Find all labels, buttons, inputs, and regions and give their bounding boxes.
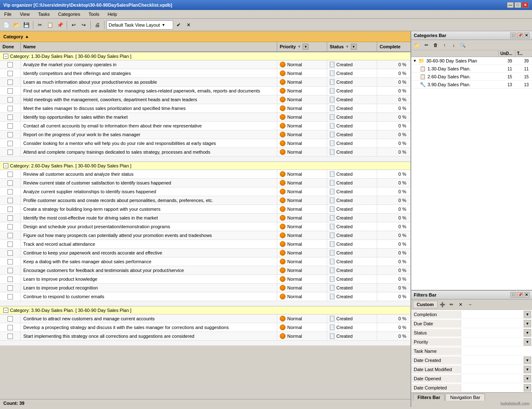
done-checkbox[interactable]	[7, 316, 13, 322]
table-row[interactable]: Report on the progress of your work to t…	[0, 130, 410, 139]
toolbar-save[interactable]: 💾	[22, 20, 31, 30]
collapse-btn-2[interactable]: −	[3, 308, 8, 313]
table-row[interactable]: Consider looking for a mentor who will h…	[0, 139, 410, 148]
cat-down[interactable]: ↓	[450, 41, 458, 49]
done-checkbox[interactable]	[7, 325, 13, 330]
filter-dropdown-btn-0[interactable]: ▼	[524, 311, 531, 318]
table-row[interactable]: Identify competitors and their offerings…	[0, 69, 410, 78]
toolbar-layout-cancel[interactable]: ✕	[184, 20, 193, 30]
done-checkbox[interactable]	[7, 233, 13, 238]
done-checkbox[interactable]	[7, 242, 13, 247]
menu-view[interactable]: View	[17, 11, 32, 17]
filter-dropdown-btn-6[interactable]: ▼	[524, 366, 531, 373]
done-checkbox[interactable]	[7, 71, 13, 76]
table-row[interactable]: Identify the most cost-effective route f…	[0, 214, 410, 222]
toolbar-paste[interactable]: 📌	[55, 20, 65, 30]
done-checkbox[interactable]	[7, 268, 13, 273]
cat-up[interactable]: ↑	[440, 41, 449, 49]
cat-bar-restore[interactable]: □	[510, 32, 516, 38]
header-done[interactable]: Done	[0, 42, 21, 51]
toolbar-print[interactable]: 🖨	[93, 20, 102, 30]
filter-dropdown-btn-1[interactable]: ▼	[524, 320, 531, 327]
cat-bar-pin[interactable]: 📌	[517, 32, 523, 38]
collapse-btn-1[interactable]: −	[3, 163, 8, 168]
cat-child-item[interactable]: 🔧 3.90-Day Sales Plan. 13 13	[411, 81, 532, 89]
table-row[interactable]: Analyze current supplier relationships t…	[0, 187, 410, 196]
done-checkbox[interactable]	[7, 259, 13, 264]
menu-tools[interactable]: Tools	[86, 11, 102, 17]
cat-expand[interactable]: ▼	[413, 59, 417, 63]
header-status[interactable]: Status ▼ ▼	[327, 42, 377, 51]
toolbar-copy[interactable]: 📋	[45, 20, 55, 30]
table-row[interactable]: Contact all current accounts by email to…	[0, 122, 410, 130]
done-checkbox[interactable]	[7, 123, 13, 129]
done-checkbox[interactable]	[7, 180, 13, 186]
done-checkbox[interactable]	[7, 294, 13, 299]
done-checkbox[interactable]	[7, 88, 13, 94]
table-row[interactable]: Start implementing this strategy once al…	[0, 332, 410, 341]
table-row[interactable]: Create a strategy for building long-term…	[0, 205, 410, 214]
menu-categories[interactable]: Categories	[56, 11, 83, 17]
filter-add[interactable]: ➕	[438, 301, 447, 308]
collapse-btn-0[interactable]: −	[3, 54, 8, 59]
header-complete[interactable]: Complete	[377, 42, 410, 51]
toolbar-redo[interactable]: ↪	[79, 20, 88, 30]
table-row[interactable]: Attend and complete company trainings de…	[0, 148, 410, 157]
filter-name-custom[interactable]: Custom	[413, 301, 438, 308]
filter-move[interactable]: →	[466, 301, 474, 308]
table-row[interactable]: Figure out how many prospects can potent…	[0, 231, 410, 240]
menu-help[interactable]: Help	[105, 11, 119, 17]
cat-add[interactable]: 📁	[413, 41, 421, 49]
done-checkbox[interactable]	[7, 277, 13, 282]
cat-filter[interactable]: 🔍	[459, 41, 467, 49]
table-body[interactable]: −Category: 1.30-Day Sales Plan. [ 30-60-…	[0, 52, 410, 399]
header-name[interactable]: Name	[21, 42, 277, 51]
done-checkbox[interactable]	[7, 141, 13, 146]
table-row[interactable]: Hold meetings with the management, cowor…	[0, 95, 410, 104]
done-checkbox[interactable]	[7, 285, 13, 291]
done-checkbox[interactable]	[7, 106, 13, 111]
menu-tasks[interactable]: Tasks	[35, 11, 52, 17]
done-checkbox[interactable]	[7, 215, 13, 221]
table-row[interactable]: Design and schedule your product present…	[0, 222, 410, 231]
filters-bar-restore[interactable]: □	[510, 292, 516, 298]
filter-dropdown-btn-5[interactable]: ▼	[524, 357, 531, 364]
done-checkbox[interactable]	[7, 97, 13, 102]
filter-dropdown-btn-2[interactable]: ▼	[524, 329, 531, 337]
close-button[interactable]: ✕	[522, 2, 529, 8]
table-row[interactable]: Analyze the market your company operates…	[0, 60, 410, 69]
priority-filter-btn[interactable]: ▼	[303, 44, 308, 50]
table-row[interactable]: Track and record actual attendance Norma…	[0, 240, 410, 249]
table-row[interactable]: Learn as much information about your pro…	[0, 78, 410, 87]
group-header-0[interactable]: −Category: 1.30-Day Sales Plan. [ 30-60-…	[0, 52, 410, 60]
done-checkbox[interactable]	[7, 150, 13, 155]
header-priority[interactable]: Priority ▼ ▼	[277, 42, 327, 51]
done-checkbox[interactable]	[7, 207, 13, 212]
filter-edit[interactable]: ✏	[447, 301, 456, 308]
maximize-button[interactable]: □	[515, 2, 521, 8]
filters-bar-close[interactable]: ✕	[524, 292, 530, 298]
done-checkbox[interactable]	[7, 198, 13, 203]
status-filter-btn[interactable]: ▼	[351, 44, 357, 50]
menu-file[interactable]: File	[2, 11, 14, 17]
cat-delete[interactable]: 🗑	[431, 41, 440, 49]
done-checkbox[interactable]	[7, 172, 13, 177]
toolbar-open[interactable]: 📂	[12, 20, 21, 30]
table-row[interactable]: Review all customer accounts and analyze…	[0, 170, 410, 179]
tab-navigation-bar[interactable]: Navigation Bar	[445, 394, 485, 401]
filter-dropdown-btn-3[interactable]: ▼	[524, 338, 531, 346]
filter-delete[interactable]: ✕	[457, 301, 465, 308]
table-row[interactable]: Keep a dialog with the sales manager abo…	[0, 257, 410, 266]
table-row[interactable]: Continue to respond to customer emails N…	[0, 292, 410, 301]
table-row[interactable]: Continue to keep your paperwork and reco…	[0, 249, 410, 257]
done-checkbox[interactable]	[7, 334, 13, 339]
toolbar-cut[interactable]: ✂	[35, 20, 45, 30]
done-checkbox[interactable]	[7, 224, 13, 229]
table-row[interactable]: Profile customer accounts and create rec…	[0, 196, 410, 205]
group-header-2[interactable]: −Category: 3.90-Day Sales Plan. [ 30-60-…	[0, 306, 410, 314]
toolbar-new[interactable]: 📄	[2, 20, 11, 30]
done-checkbox[interactable]	[7, 80, 13, 85]
filter-dropdown-btn-8[interactable]: ▼	[524, 384, 531, 392]
table-row[interactable]: Develop a prospecting strategy and discu…	[0, 323, 410, 332]
toolbar-layout-apply[interactable]: ✔	[174, 20, 183, 30]
